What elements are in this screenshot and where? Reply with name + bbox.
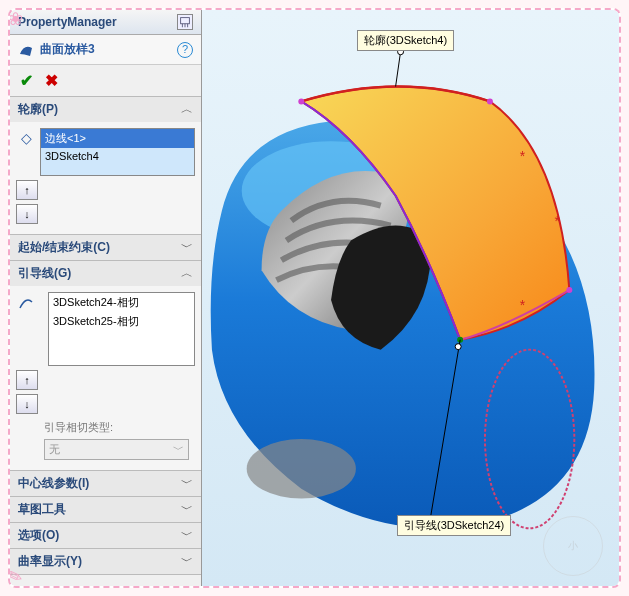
property-manager-panel: PropertyManager 曲面放样3 ? ✔ ✖ 轮廓(P) <box>10 10 202 586</box>
section-title: 选项(O) <box>18 527 59 544</box>
move-up-button[interactable]: ↑ <box>16 180 38 200</box>
ok-button[interactable]: ✔ <box>20 71 33 90</box>
pm-title: PropertyManager <box>18 15 117 29</box>
cancel-button[interactable]: ✖ <box>45 71 58 90</box>
section-header-constraints[interactable]: 起始/结束约束(C) ﹀ <box>10 235 201 260</box>
section-header-options[interactable]: 选项(O) ﹀ <box>10 523 201 548</box>
tangent-type-label: 引导相切类型: <box>16 418 195 437</box>
section-options: 选项(O) ﹀ <box>10 523 201 549</box>
pin-button[interactable] <box>177 14 193 30</box>
chevron-down-icon: ﹀ <box>181 501 193 518</box>
loft-surface-icon <box>18 42 34 58</box>
section-header-centerline[interactable]: 中心线参数(I) ﹀ <box>10 471 201 496</box>
section-header-profiles[interactable]: 轮廓(P) ︿ <box>10 97 201 122</box>
feature-row: 曲面放样3 ? <box>10 35 201 65</box>
svg-point-6 <box>566 287 572 293</box>
chevron-down-icon: ﹀ <box>173 442 184 457</box>
svg-point-5 <box>487 98 493 104</box>
section-header-guides[interactable]: 引导线(G) ︿ <box>10 261 201 286</box>
chevron-up-icon: ︿ <box>181 101 193 118</box>
callout-guide[interactable]: 引导线(3DSketch24) <box>397 515 511 536</box>
svg-point-2 <box>247 439 356 499</box>
section-title: 轮廓(P) <box>18 101 58 118</box>
guides-listbox[interactable]: 3DSketch24-相切 3DSketch25-相切 <box>48 292 195 366</box>
section-sketchtools: 草图工具 ﹀ <box>10 497 201 523</box>
list-item[interactable]: 3DSketch25-相切 <box>49 312 194 331</box>
model-render: * * * <box>202 10 619 586</box>
chevron-down-icon: ﹀ <box>181 553 193 570</box>
chevron-up-icon: ︿ <box>181 265 193 282</box>
section-header-sketchtools[interactable]: 草图工具 ﹀ <box>10 497 201 522</box>
section-title: 中心线参数(I) <box>18 475 89 492</box>
help-button[interactable]: ? <box>177 42 193 58</box>
svg-point-14 <box>455 344 461 350</box>
pin-icon <box>178 14 192 30</box>
chevron-down-icon: ﹀ <box>181 475 193 492</box>
svg-rect-0 <box>181 18 190 24</box>
confirm-row: ✔ ✖ <box>10 65 201 97</box>
section-title: 引导线(G) <box>18 265 71 282</box>
chevron-down-icon: ﹀ <box>181 239 193 256</box>
feature-name: 曲面放样3 <box>40 41 171 58</box>
profiles-listbox[interactable]: 边线<1> 3DSketch4 <box>40 128 195 176</box>
section-header-curvature[interactable]: 曲率显示(Y) ﹀ <box>10 549 201 574</box>
section-title: 草图工具 <box>18 501 66 518</box>
profile-icon: ◇ <box>16 128 36 148</box>
dropdown-value: 无 <box>49 442 60 457</box>
tangent-type-dropdown: 无 ﹀ <box>44 439 189 460</box>
guide-icon <box>16 292 36 312</box>
watermark: 小 <box>543 516 603 576</box>
section-centerline: 中心线参数(I) ﹀ <box>10 471 201 497</box>
move-down-button[interactable]: ↓ <box>16 204 38 224</box>
section-curvature: 曲率显示(Y) ﹀ <box>10 549 201 575</box>
callout-profile[interactable]: 轮廓(3DSketch4) <box>357 30 454 51</box>
section-title: 起始/结束约束(C) <box>18 239 110 256</box>
svg-line-11 <box>396 52 401 87</box>
section-guides: 引导线(G) ︿ 3DSketch24-相切 3DSketch25-相切 <box>10 261 201 471</box>
move-up-button[interactable]: ↑ <box>16 370 38 390</box>
svg-text:*: * <box>520 297 526 313</box>
svg-point-4 <box>298 98 304 104</box>
svg-text:*: * <box>554 213 560 229</box>
pm-header: PropertyManager <box>10 10 201 35</box>
decor-corner: ❀ <box>8 8 32 32</box>
list-item[interactable]: 3DSketch4 <box>41 148 194 164</box>
list-item[interactable]: 3DSketch24-相切 <box>49 293 194 312</box>
section-profiles: 轮廓(P) ︿ ◇ 边线<1> 3DSketch4 ↑ ↓ <box>10 97 201 235</box>
viewport-3d[interactable]: * * * 轮廓(3DSketch4) 引导线(3DSketch24) 小 <box>202 10 619 586</box>
section-constraints: 起始/结束约束(C) ﹀ <box>10 235 201 261</box>
svg-text:*: * <box>520 148 526 164</box>
list-item[interactable]: 边线<1> <box>41 129 194 148</box>
chevron-down-icon: ﹀ <box>181 527 193 544</box>
move-down-button[interactable]: ↓ <box>16 394 38 414</box>
